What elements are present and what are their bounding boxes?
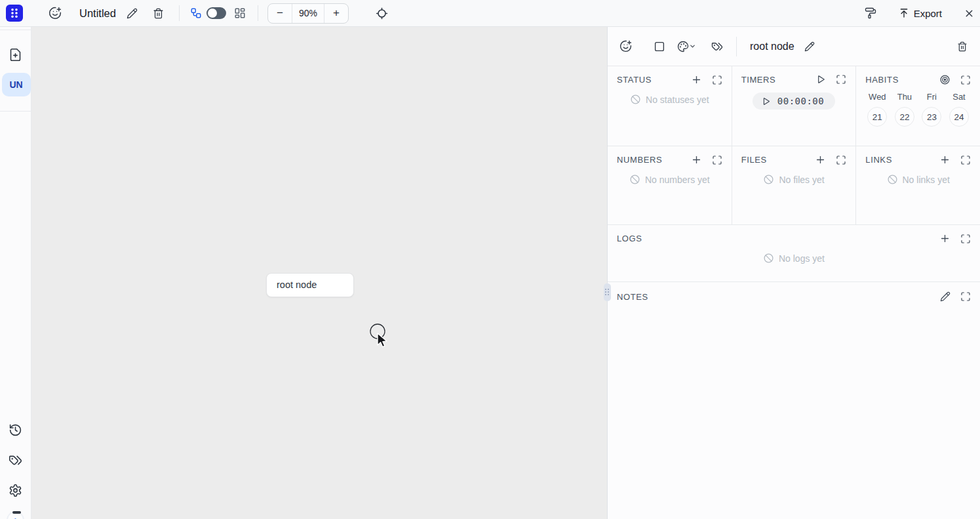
maximize-icon <box>836 74 846 85</box>
expand-notes-button[interactable] <box>960 291 971 302</box>
export-button[interactable]: Export <box>899 8 942 19</box>
zoom-out-button[interactable]: − <box>268 4 292 23</box>
gear-icon <box>9 484 22 497</box>
delete-document-button[interactable] <box>150 5 167 22</box>
center-view-button[interactable] <box>374 5 391 22</box>
maximize-icon <box>960 155 971 165</box>
add-status-button[interactable] <box>691 74 702 85</box>
links-title: LINKS <box>865 155 892 165</box>
add-log-button[interactable] <box>939 233 951 244</box>
graph-view-button[interactable] <box>187 5 205 22</box>
play-icon <box>761 96 771 106</box>
status-empty-state: No statuses yet <box>608 94 732 105</box>
edit-notes-button[interactable] <box>940 291 951 302</box>
habit-date-button[interactable]: 21 <box>867 107 887 127</box>
toolbar-divider <box>258 5 258 21</box>
zoom-in-button[interactable]: + <box>324 4 348 23</box>
settings-button[interactable] <box>7 481 25 499</box>
toggle-knob <box>208 9 217 18</box>
add-number-button[interactable] <box>691 154 702 165</box>
node-emoji-button[interactable] <box>617 38 634 55</box>
timers-section: TIMERS 00:00:00 <box>732 66 856 146</box>
smile-plus-icon <box>49 7 62 20</box>
status-section: STATUS No statuses yet <box>608 66 732 146</box>
status-title: STATUS <box>617 75 652 85</box>
expand-logs-button[interactable] <box>960 234 971 244</box>
notification-badge[interactable]: 1 <box>7 511 24 519</box>
add-emoji-button[interactable] <box>47 5 64 22</box>
pencil-icon <box>804 41 815 52</box>
expand-timers-button[interactable] <box>836 74 846 85</box>
mouse-cursor <box>368 323 395 352</box>
start-timer-button[interactable] <box>815 74 826 85</box>
grid-view-button[interactable] <box>231 5 248 22</box>
six-dots-icon <box>9 7 20 19</box>
expand-habits-button[interactable] <box>960 75 971 85</box>
app-logo[interactable] <box>6 5 23 22</box>
pencil-icon <box>940 291 951 302</box>
view-mode-toggle[interactable] <box>206 7 226 19</box>
node-color-button[interactable] <box>673 38 699 55</box>
numbers-title: NUMBERS <box>617 155 662 165</box>
rename-document-button[interactable] <box>124 5 141 22</box>
inspector-row-2: NUMBERS No numbers yet FILES <box>608 146 980 225</box>
zoom-controls: − 90% + <box>267 3 349 24</box>
upload-arrow-icon <box>899 8 909 18</box>
new-document-button[interactable] <box>7 45 25 64</box>
grip-dots-icon <box>605 289 610 296</box>
add-link-button[interactable] <box>939 154 951 165</box>
export-label: Export <box>914 8 942 19</box>
header-divider <box>736 37 737 56</box>
graph-canvas[interactable]: root node <box>31 27 607 519</box>
toolbar-divider <box>179 5 180 21</box>
plus-icon <box>815 154 826 165</box>
play-icon <box>815 74 826 85</box>
locate-icon <box>376 7 388 20</box>
habit-week-strip: Wed 21 Thu 22 Fri 23 Sat 24 <box>856 92 980 127</box>
plus-icon <box>691 74 702 85</box>
panel-resize-handle[interactable] <box>604 283 611 301</box>
node-inspector-panel: root node STATUS <box>607 27 980 519</box>
timer-pill[interactable]: 00:00:00 <box>753 93 835 110</box>
numbers-empty-state: No numbers yet <box>608 174 732 185</box>
files-title: FILES <box>741 155 767 165</box>
delete-node-button[interactable] <box>954 38 971 55</box>
close-icon <box>964 8 975 19</box>
ban-icon <box>763 253 774 264</box>
habits-target-button[interactable] <box>939 74 951 85</box>
node-tags-button[interactable] <box>709 38 726 55</box>
timer-value: 00:00:00 <box>777 96 824 106</box>
rename-node-button[interactable] <box>801 38 818 55</box>
tags-button[interactable] <box>7 451 25 469</box>
root-node[interactable]: root node <box>266 273 354 297</box>
expand-status-button[interactable] <box>712 75 722 85</box>
expand-links-button[interactable] <box>960 155 971 165</box>
habit-date-button[interactable]: 24 <box>949 107 969 127</box>
toolbar-right-group: Export <box>862 5 977 22</box>
history-button[interactable] <box>7 421 25 439</box>
tags-icon <box>9 453 22 467</box>
expand-files-button[interactable] <box>836 155 846 165</box>
theme-paint-button[interactable] <box>862 5 879 22</box>
habit-date-button[interactable]: 23 <box>922 107 941 127</box>
add-file-button[interactable] <box>815 154 826 165</box>
expand-numbers-button[interactable] <box>712 155 722 165</box>
habit-date-button[interactable]: 22 <box>895 107 914 127</box>
sidebar-divider <box>0 30 31 30</box>
sidebar-divider <box>0 111 31 112</box>
ban-icon <box>630 94 641 105</box>
node-shape-button[interactable] <box>651 38 668 55</box>
inspector-header: root node <box>608 27 980 66</box>
workspace-badge[interactable]: UN <box>2 73 31 96</box>
tags-icon <box>711 41 723 52</box>
files-empty-state: No files yet <box>732 174 856 185</box>
zoom-level: 90% <box>292 4 324 23</box>
habits-section: HABITS Wed 21 Thu 22 <box>855 66 980 146</box>
paint-roller-icon <box>865 7 876 19</box>
timers-title: TIMERS <box>741 75 776 85</box>
maximize-icon <box>712 75 722 85</box>
habits-title: HABITS <box>865 75 899 85</box>
close-button[interactable] <box>960 5 977 22</box>
document-title: Untitled <box>79 7 116 20</box>
maximize-icon <box>712 155 722 165</box>
